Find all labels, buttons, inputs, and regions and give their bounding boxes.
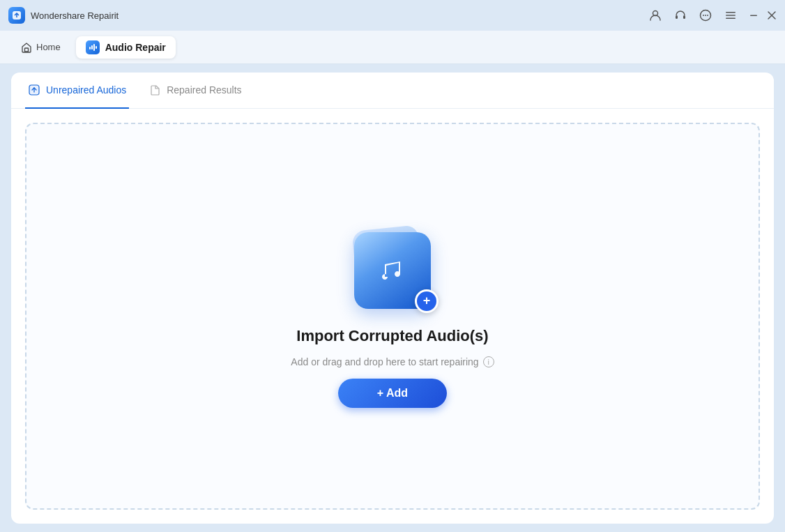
svg-rect-3 — [683, 15, 685, 19]
svg-rect-2 — [676, 15, 678, 19]
svg-rect-16 — [91, 45, 93, 50]
headset-icon[interactable] — [673, 8, 687, 22]
svg-point-5 — [703, 15, 704, 16]
audio-repair-tab-icon — [86, 40, 100, 54]
drop-zone[interactable]: + Import Corrupted Audio(s) Add or drag … — [25, 123, 760, 510]
window-controls — [749, 10, 777, 20]
info-icon[interactable]: i — [483, 356, 494, 367]
import-title: Import Corrupted Audio(s) — [296, 327, 488, 345]
svg-rect-15 — [89, 47, 91, 50]
title-bar: Wondershare Repairit — [0, 0, 785, 31]
user-icon[interactable] — [648, 8, 662, 22]
tab-unrepaired-label: Unrepaired Audios — [46, 84, 126, 96]
audio-repair-tab[interactable]: Audio Repair — [76, 36, 176, 59]
app-title: Wondershare Repairit — [31, 10, 119, 21]
audio-icon-container: + — [344, 225, 441, 316]
menu-icon[interactable] — [724, 8, 738, 22]
audio-repair-label: Audio Repair — [105, 42, 166, 53]
title-bar-left: Wondershare Repairit — [8, 7, 119, 24]
app-icon — [8, 7, 25, 24]
main-content: Unrepaired Audios Repaired Results — [11, 73, 774, 524]
home-button[interactable]: Home — [11, 38, 70, 57]
svg-point-7 — [707, 15, 708, 16]
svg-rect-9 — [726, 15, 736, 16]
minimize-button[interactable] — [749, 10, 759, 20]
chat-icon[interactable] — [699, 8, 712, 22]
add-button[interactable]: + Add — [338, 379, 447, 408]
svg-rect-8 — [726, 12, 736, 13]
close-button[interactable] — [767, 10, 777, 20]
nav-bar: Home Audio Repair — [0, 31, 785, 64]
svg-rect-17 — [93, 44, 95, 51]
tab-unrepaired[interactable]: Unrepaired Audios — [25, 73, 129, 109]
unrepaired-tab-icon — [28, 84, 40, 96]
add-badge: + — [415, 289, 439, 313]
import-subtitle: Add or drag and drop here to start repai… — [291, 356, 494, 367]
repaired-tab-icon — [148, 84, 161, 96]
svg-rect-10 — [726, 18, 736, 20]
svg-point-6 — [705, 15, 706, 16]
svg-rect-11 — [750, 15, 757, 17]
title-bar-right — [648, 8, 777, 22]
tabs-header: Unrepaired Audios Repaired Results — [11, 73, 774, 109]
svg-rect-18 — [96, 46, 97, 49]
import-subtitle-text: Add or drag and drop here to start repai… — [291, 356, 478, 367]
svg-rect-14 — [25, 48, 29, 52]
tab-repaired[interactable]: Repaired Results — [146, 73, 244, 109]
home-label: Home — [36, 42, 61, 52]
tab-repaired-label: Repaired Results — [167, 84, 241, 96]
